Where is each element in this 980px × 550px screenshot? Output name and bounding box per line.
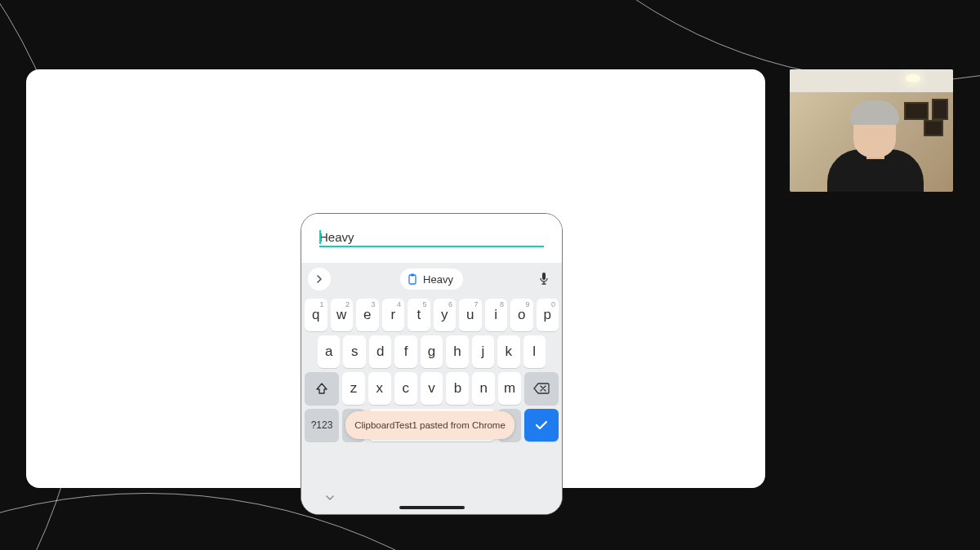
backspace-icon (533, 383, 550, 394)
key-l[interactable]: l (523, 335, 546, 368)
keyboard-row-4: ?123 , . ClipboardTest1 pasted from Chro… (305, 409, 559, 441)
nav-bar (301, 493, 562, 514)
key-i[interactable]: 8i (485, 299, 508, 331)
key-y[interactable]: 6y (434, 299, 457, 331)
key-hint: 3 (371, 300, 375, 308)
key-hint: 2 (345, 300, 350, 308)
backspace-key[interactable] (524, 372, 559, 405)
key-z[interactable]: z (342, 372, 365, 405)
key-x[interactable]: x (368, 372, 391, 405)
key-hint: 9 (525, 300, 529, 308)
key-q[interactable]: 1q (305, 299, 327, 331)
suggestion-chip-label: Heavy (423, 273, 453, 286)
key-hint: 7 (474, 300, 478, 308)
key-hint: 4 (397, 300, 401, 308)
phone-mockup: Heavy Heavy 1q2w3e4r5t6y7u8i9o0p asdfghj… (301, 213, 563, 515)
presenter-webcam (790, 69, 953, 192)
key-k[interactable]: k (497, 335, 519, 368)
key-d[interactable]: d (369, 335, 391, 368)
keyboard-row-3: zxcvbnm (305, 372, 559, 405)
voice-input-button[interactable] (532, 272, 555, 286)
shift-icon (315, 382, 328, 395)
check-icon (534, 419, 549, 431)
shift-key[interactable] (305, 372, 339, 405)
clipboard-icon (407, 273, 418, 285)
svg-rect-0 (409, 275, 416, 284)
key-hint: 6 (448, 300, 452, 308)
key-n[interactable]: n (472, 372, 495, 405)
clipboard-suggestion-chip[interactable]: Heavy (400, 268, 463, 290)
key-hint: 8 (500, 300, 504, 308)
svg-rect-1 (411, 274, 414, 277)
key-v[interactable]: v (421, 372, 443, 405)
keyboard: 1q2w3e4r5t6y7u8i9o0p asdfghjkl zxcvbnm ?… (301, 295, 562, 493)
mic-icon (538, 272, 550, 286)
enter-key[interactable] (524, 409, 559, 441)
symbols-key[interactable]: ?123 (305, 409, 339, 441)
text-input-area: Heavy (301, 214, 562, 263)
key-t[interactable]: 5t (408, 299, 430, 331)
key-c[interactable]: c (394, 372, 417, 405)
symbols-key-label: ?123 (311, 419, 333, 431)
text-field[interactable]: Heavy (319, 230, 544, 247)
paste-toast: ClipboardTest1 pasted from Chrome (345, 411, 514, 439)
keyboard-row-1: 1q2w3e4r5t6y7u8i9o0p (305, 299, 559, 331)
keyboard-collapse-button[interactable] (325, 495, 335, 501)
keyboard-row-2: asdfghjkl (305, 335, 559, 368)
chevron-right-icon (315, 275, 323, 283)
key-hint: 0 (551, 300, 555, 308)
key-hint: 5 (422, 300, 426, 308)
toast-text: ClipboardTest1 pasted from Chrome (354, 420, 506, 430)
text-cursor (319, 230, 321, 244)
svg-rect-2 (542, 273, 546, 280)
home-indicator[interactable] (399, 506, 465, 509)
key-r[interactable]: 4r (382, 299, 405, 331)
key-w[interactable]: 2w (331, 299, 354, 331)
key-u[interactable]: 7u (459, 299, 482, 331)
key-o[interactable]: 9o (510, 299, 533, 331)
key-hint: 1 (319, 300, 323, 308)
key-h[interactable]: h (446, 335, 468, 368)
key-m[interactable]: m (498, 372, 521, 405)
suggestion-bar: Heavy (301, 263, 562, 295)
key-p[interactable]: 0p (537, 299, 559, 331)
text-field-value: Heavy (319, 230, 354, 244)
presentation-slide: Heavy Heavy 1q2w3e4r5t6y7u8i9o0p asdfghj… (26, 69, 765, 488)
key-f[interactable]: f (394, 335, 416, 368)
key-a[interactable]: a (318, 335, 340, 368)
key-g[interactable]: g (421, 335, 443, 368)
chevron-down-icon (325, 495, 335, 501)
key-j[interactable]: j (472, 335, 494, 368)
key-b[interactable]: b (446, 372, 469, 405)
key-s[interactable]: s (343, 335, 365, 368)
expand-suggestions-button[interactable] (308, 268, 331, 291)
key-e[interactable]: 3e (356, 299, 379, 331)
